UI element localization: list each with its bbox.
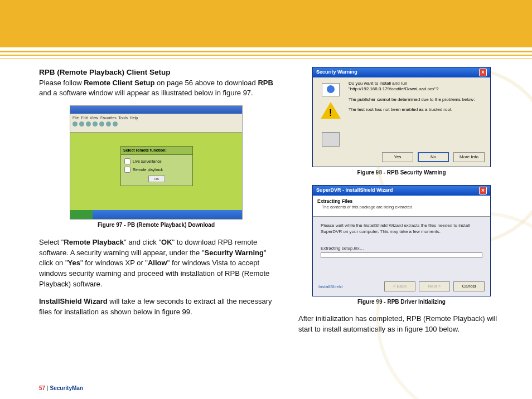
warning-icon — [321, 102, 341, 119]
top-banner — [0, 0, 532, 47]
text-bold: Allow — [148, 259, 167, 267]
figure-97: File Edit View Favorites Tools Help Sele… — [70, 105, 243, 220]
text-bold: OK — [161, 238, 172, 246]
text-bold: RPB — [258, 79, 273, 87]
installshield-brand: InstallShield — [318, 284, 342, 290]
text: Please follow — [39, 79, 84, 87]
text-bold: Remote Playback — [64, 238, 124, 246]
dialog-text: Do you want to install and run "http://1… — [349, 81, 486, 147]
cancel-button[interactable]: Cancel — [453, 281, 485, 291]
text: on page 56 above to download — [154, 79, 258, 87]
figure-caption: Figure 98 - RPB Security Warning — [298, 169, 505, 177]
text: and a software window will appear as ill… — [39, 89, 253, 97]
window-titlebar: Security Warning × — [313, 67, 490, 77]
browser-titlebar — [70, 106, 242, 114]
next-button: Next > — [419, 281, 450, 291]
window-title: Security Warning — [316, 69, 357, 76]
text: Do you want to install and run "http://1… — [349, 81, 486, 93]
header-title: Extracting Files — [317, 198, 486, 205]
back-button: < Back — [384, 281, 415, 291]
text: The publisher cannot be determined due t… — [349, 97, 486, 103]
text: Select " — [39, 238, 64, 246]
start-button[interactable] — [70, 210, 93, 219]
window-titlebar: SuperDVR - InstallShield Wizard × — [313, 186, 490, 196]
option-label: Live surveillance — [133, 159, 162, 164]
wizard-body: Please wait while the InstallShield Wiza… — [313, 217, 490, 264]
playback-icon — [124, 167, 130, 173]
dialog-title: Select remote function: — [121, 147, 192, 155]
select-function-dialog: Select remote function: Live surveillanc… — [120, 146, 193, 186]
text: " and click " — [124, 238, 161, 246]
footer-brand: SecurityMan — [50, 385, 83, 391]
ok-button[interactable]: OK — [148, 176, 165, 182]
taskbar — [70, 210, 242, 219]
divider — [0, 55, 532, 56]
progress-label: Extracting setup.inx… — [321, 245, 482, 252]
text-bold: Remote Client Setup — [84, 79, 154, 87]
wizard-header: Extracting Files The contents of this pa… — [313, 196, 490, 217]
progress-section: Extracting setup.inx… — [321, 245, 482, 259]
text-bold: Yes — [68, 259, 80, 267]
text: Please wait while the InstallShield Wiza… — [321, 222, 482, 235]
figure-caption: Figure 97 - PB (Remote Playback) Downloa… — [39, 221, 273, 230]
no-button[interactable]: No — [418, 152, 449, 162]
paragraph: Select "Remote Playback" and click "OK" … — [39, 237, 273, 290]
text-bold: InstallShield Wizard — [39, 297, 108, 305]
text: " for windows XP or " — [80, 259, 148, 267]
figure-99-installshield: SuperDVR - InstallShield Wizard × Extrac… — [312, 185, 491, 296]
left-column: RPB (Remote Playback) Client Setup Pleas… — [39, 67, 273, 342]
yes-button[interactable]: Yes — [382, 152, 413, 162]
window-title: SuperDVR - InstallShield Wizard — [316, 187, 393, 194]
page-number: 57 — [39, 385, 45, 391]
right-column: Security Warning × Do you want to instal… — [298, 67, 505, 342]
option-remote-playback[interactable]: Remote playback — [124, 166, 189, 174]
paragraph: After initialization has completed, RPB … — [298, 314, 505, 335]
paragraph: Please follow Remote Client Setup on pag… — [39, 78, 273, 99]
divider — [0, 51, 532, 52]
paragraph: InstallShield Wizard will take a few sec… — [39, 296, 273, 318]
computer-icon — [322, 132, 340, 147]
section-heading: RPB (Remote Playback) Client Setup — [39, 67, 273, 78]
header-subtitle: The contents of this package are being e… — [317, 205, 486, 211]
close-icon[interactable]: × — [479, 69, 487, 76]
globe-icon — [322, 83, 340, 96]
option-live-surveillance[interactable]: Live surveillance — [124, 157, 189, 166]
text-bold: Security Warning — [205, 249, 264, 257]
camera-icon — [124, 158, 130, 164]
option-label: Remote playback — [133, 167, 163, 173]
page-footer: 57 | SecurityMan — [39, 385, 83, 391]
more-info-button[interactable]: More Info — [453, 152, 485, 162]
figure-caption: Figure 99 - RPB Driver Initializing — [298, 298, 505, 306]
figure-98-security-warning: Security Warning × Do you want to instal… — [312, 67, 491, 167]
progress-bar — [321, 252, 482, 258]
close-icon[interactable]: × — [479, 187, 487, 194]
text: The test root has not been enabled as a … — [349, 107, 486, 113]
browser-toolbar: File Edit View Favorites Tools Help — [70, 114, 242, 133]
